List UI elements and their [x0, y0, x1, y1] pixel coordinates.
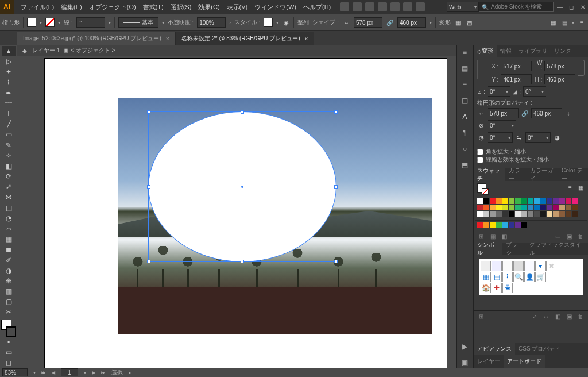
properties-panel-icon[interactable]: ▤	[460, 63, 470, 74]
swatch[interactable]	[502, 198, 508, 204]
resize-handle[interactable]	[241, 110, 244, 114]
swatch[interactable]	[553, 211, 559, 217]
free-transform-tool[interactable]: ◫	[2, 203, 16, 213]
visibility-icon[interactable]: ◆	[21, 47, 29, 55]
w-field[interactable]: 578 px	[544, 61, 575, 71]
swatch[interactable]	[483, 222, 489, 228]
align-panel-icon[interactable]: ≡	[460, 79, 470, 90]
graph-tool[interactable]: ▥	[2, 286, 16, 297]
swatch[interactable]	[515, 211, 521, 217]
menu-object[interactable]: オブジェクト(O)	[86, 0, 140, 14]
fill-swatch[interactable]	[27, 18, 36, 27]
appearance-tab[interactable]: アピアランス	[474, 343, 515, 355]
link-wh-icon[interactable]: 🔗	[386, 18, 394, 26]
expand-panel-icon[interactable]: ▶	[460, 341, 470, 352]
swatch[interactable]	[502, 211, 508, 217]
swatch[interactable]	[559, 211, 565, 217]
swatch[interactable]	[534, 211, 540, 217]
libraries-tab[interactable]: ライブラリ	[515, 45, 551, 57]
opacity-field[interactable]: 100%	[197, 17, 226, 28]
swatch[interactable]	[509, 198, 514, 204]
swatch-grid-icon[interactable]: ▦	[577, 183, 585, 191]
symbol-item[interactable]: 🖶	[502, 283, 513, 293]
shaper-tool[interactable]: ✧	[2, 151, 16, 161]
transform-label[interactable]: 変形	[439, 18, 451, 26]
type-tool[interactable]: T	[2, 109, 16, 119]
toolbar-icon[interactable]	[340, 2, 349, 11]
lasso-tool[interactable]: ⌇	[2, 78, 16, 88]
swatch[interactable]	[483, 205, 489, 210]
type-panel-icon[interactable]: A	[460, 111, 470, 122]
swatch[interactable]	[534, 205, 540, 210]
swatch[interactable]	[553, 198, 559, 204]
perspective-tool[interactable]: ▱	[2, 224, 16, 234]
swatch[interactable]	[521, 222, 527, 228]
menu-type[interactable]: 書式(T)	[140, 0, 167, 14]
place-symbol-icon[interactable]: ↗	[531, 312, 539, 320]
symbol-item[interactable]: ✚	[492, 283, 502, 293]
toolbar-icon[interactable]	[353, 2, 362, 11]
swatch[interactable]	[496, 211, 502, 217]
swatch[interactable]	[572, 205, 578, 210]
symbol-item[interactable]	[481, 261, 491, 271]
pie-end-field[interactable]: 0°▾	[525, 132, 551, 143]
delete-symbol-icon[interactable]: 🗑	[577, 312, 585, 320]
pen-tool[interactable]: ✒	[2, 88, 16, 98]
swatch[interactable]	[566, 205, 571, 210]
new-symbol-icon[interactable]: ▣	[565, 312, 573, 320]
blend-tool[interactable]: ◑	[2, 266, 16, 276]
screen-mode-icon[interactable]: ▭	[2, 347, 16, 357]
color-guide-tab[interactable]: カラーガイ	[527, 168, 558, 181]
artboard-tool[interactable]: ▢	[2, 297, 16, 307]
brush-tool[interactable]: ✎	[2, 140, 16, 151]
resize-handle[interactable]	[147, 110, 150, 114]
width-tool[interactable]: ⋈	[2, 192, 16, 202]
layers-tab[interactable]: レイヤー	[474, 355, 504, 368]
selection-bounding-box[interactable]	[148, 111, 336, 262]
style-swatch[interactable]	[264, 18, 273, 27]
menu-edit[interactable]: 編集(E)	[57, 0, 86, 14]
swatch-options-icon[interactable]: ◧	[500, 232, 508, 240]
swatch[interactable]	[477, 205, 483, 210]
gradient-tool[interactable]: ◼	[2, 244, 16, 255]
artboard-number[interactable]: 1	[61, 368, 78, 376]
swatch[interactable]	[528, 205, 533, 210]
line-tool[interactable]: ╱	[2, 119, 16, 129]
ellipse-height-field[interactable]: 460 px	[531, 108, 562, 118]
symbols-tab[interactable]: シンボル	[474, 243, 502, 255]
h-field[interactable]: 460 px	[544, 74, 575, 84]
swatch-stroke[interactable]	[482, 188, 489, 195]
document-tab[interactable]: Image_52c0c3e.jpg* @ 100% (RGB/GPU プレビュー…	[17, 32, 176, 45]
symbol-item[interactable]	[524, 261, 535, 271]
resize-handle[interactable]	[334, 185, 338, 188]
control-menu-icon[interactable]: ▤	[560, 18, 568, 26]
swatch[interactable]	[490, 205, 496, 210]
swatch-kind-icon[interactable]: ▦	[489, 232, 497, 240]
swatch[interactable]	[515, 205, 521, 210]
close-tab-icon[interactable]: ×	[166, 36, 169, 42]
swatch[interactable]	[483, 211, 489, 217]
artboard-next-last[interactable]: ⏭	[101, 370, 106, 375]
swatch[interactable]	[572, 211, 578, 217]
swatch[interactable]	[547, 205, 552, 210]
link-wh-toggle[interactable]	[578, 60, 585, 76]
swatch[interactable]	[559, 205, 565, 210]
symbol-item[interactable]: ✖	[546, 261, 556, 271]
breadcrumb-layer[interactable]: レイヤー 1	[32, 47, 60, 55]
transparency-panel-icon[interactable]: ○	[460, 144, 470, 154]
menu-help[interactable]: ヘルプ(H)	[300, 0, 334, 14]
swatch[interactable]	[515, 198, 521, 204]
asset-export-panel-icon[interactable]: ⬒	[460, 160, 470, 170]
rotate-tool[interactable]: ⟳	[2, 171, 16, 182]
symbol-item[interactable]: 🛒	[535, 272, 546, 282]
x-field[interactable]: 517 px	[501, 61, 532, 71]
document-tab[interactable]: 名称未設定-2* @ 83% (RGB/GPU プレビュー)×	[176, 32, 315, 45]
adobe-stock-search[interactable]: 🔍Adobe Stock を検索	[479, 2, 554, 12]
swatch[interactable]	[496, 198, 502, 204]
swatch[interactable]	[496, 205, 502, 210]
close-tab-icon[interactable]: ×	[304, 36, 308, 42]
artboards-tab[interactable]: アートボード	[504, 355, 545, 368]
symbol-item[interactable]: ▦	[481, 272, 491, 282]
ellipse-angle-field[interactable]: 0°▾	[488, 120, 516, 130]
swatch[interactable]	[553, 205, 559, 210]
